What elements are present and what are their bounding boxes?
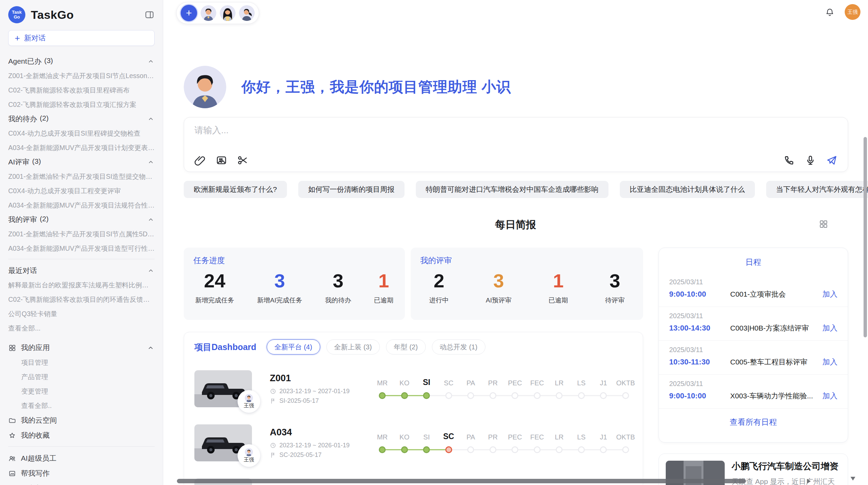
milestone-label: PEC <box>504 379 526 387</box>
view-all-schedule-link[interactable]: 查看所有日程 <box>659 417 848 427</box>
news-title: 小鹏飞行汽车制造公司增资 <box>732 461 841 472</box>
sidebar-item-help-me-write[interactable]: 帮我写作 <box>8 466 155 481</box>
scroll-down-arrow[interactable] <box>851 477 855 481</box>
dashboard-title: 项目Dashboard <box>194 341 256 353</box>
sidebar-item[interactable]: C02-飞腾新能源轻客改款项目立项汇报方案 <box>8 97 155 112</box>
milestone-label: SC <box>438 379 460 387</box>
schedule-entry: 2025/03/11 9:00-10:00 X003-车辆动力学性能验... 加… <box>659 375 848 409</box>
milestone-label: MR <box>371 379 394 387</box>
scroll-right-arrow[interactable] <box>807 479 811 484</box>
sidebar-item[interactable]: A034-全新新能源MUV产品开发项目法规符合性评审 <box>8 198 155 212</box>
sidebar-section-my-review[interactable]: 我的评审(2) <box>8 212 155 227</box>
project-row[interactable]: 王强 A034 2023-12-19 ~ 2026-01-19 SC-2025-… <box>194 416 632 470</box>
schedule-entry: 2025/03/11 9:00-10:00 C001-立项审批会 加入 <box>659 273 848 307</box>
stat-ai-pre-review: 3AI预评审 <box>486 270 511 305</box>
avatar[interactable] <box>220 5 236 21</box>
sidebar-toggle-icon[interactable] <box>144 10 155 20</box>
entry-date: 2025/03/11 <box>669 312 837 320</box>
vertical-scrollbar-thumb[interactable] <box>864 137 867 337</box>
sidebar-item[interactable]: A034-全新新能源MUV产品开发项目计划变更表编写 <box>8 140 155 155</box>
user-avatar[interactable]: 王强 <box>845 4 860 20</box>
section-title: Agent已办(3) <box>8 57 53 66</box>
sidebar-section-my-todo[interactable]: 我的待办(2) <box>8 112 155 126</box>
tab-new-platform[interactable]: 全新平台 (4) <box>267 339 320 355</box>
dashboard-tabs: 全新平台 (4) 全新上装 (3) 年型 (2) 动总开发 (1) <box>267 339 485 355</box>
phone-icon[interactable] <box>783 154 795 166</box>
sidebar-section-recent[interactable]: 最近对话 <box>8 263 155 278</box>
bell-icon[interactable] <box>825 8 834 17</box>
tab-new-body[interactable]: 全新上装 (3) <box>326 339 380 355</box>
stat-pending-review: 3待评审 <box>605 270 625 305</box>
suggestion-chip[interactable]: 特朗普可能对进口汽车增税会对中国车企造成哪些影响 <box>416 181 608 198</box>
layout-grid-icon[interactable] <box>819 219 828 229</box>
app-link-project[interactable]: 项目管理 <box>8 355 155 370</box>
sidebar-item[interactable]: A034-全新新能源MUV产品开发项目造型可行性评审 <box>8 241 155 256</box>
entry-time: 9:00-10:00 <box>669 290 730 299</box>
avatar[interactable] <box>201 5 216 21</box>
join-link[interactable]: 加入 <box>822 391 837 401</box>
horizontal-scrollbar-thumb[interactable] <box>177 479 746 483</box>
dashboard-header: 项目Dashboard 全新平台 (4) 全新上装 (3) 年型 (2) 动总开… <box>194 332 632 362</box>
recent-view-all[interactable]: 查看全部... <box>8 321 155 335</box>
paperclip-icon[interactable] <box>194 154 206 166</box>
sidebar-item[interactable]: C0X4-动力总成开发项目工程变更评审 <box>8 184 155 198</box>
milestone-label: SI <box>415 433 438 441</box>
send-icon[interactable] <box>826 154 837 166</box>
app-link-product[interactable]: 产品管理 <box>8 370 155 384</box>
new-chat-button[interactable]: + 新对话 <box>8 30 155 46</box>
milestone-track: MR KO SI SC PA PR PEC FEC LR LS J1 OKTB <box>371 378 637 400</box>
sidebar-item-ai-super-staff[interactable]: AI超级员工 <box>8 451 155 466</box>
sidebar-item[interactable]: C02-飞腾新能源轻客改款项目里程碑画布 <box>8 83 155 97</box>
sidebar-item-cloud-space[interactable]: 我的云空间 <box>8 413 155 428</box>
sidebar-item-my-apps[interactable]: 我的应用 <box>8 340 155 355</box>
microphone-icon[interactable] <box>805 154 816 166</box>
join-link[interactable]: 加入 <box>822 289 837 299</box>
sidebar-item[interactable]: Z001-全新燃油轻卡产品开发项目SI造型提交物评审 <box>8 169 155 184</box>
recent-chat-item[interactable]: C02-飞腾新能源轻客改款项目的闭环通告反馈情况 <box>8 292 155 307</box>
sidebar-item[interactable]: Z001-全新燃油轻卡产品开发项目SI节点属性5D文件评审 <box>8 227 155 241</box>
topbar-right: 王强 <box>825 4 860 20</box>
image-icon[interactable] <box>216 154 227 166</box>
grid-icon <box>8 344 16 352</box>
avatar[interactable] <box>239 5 255 21</box>
sidebar-section-ai-review[interactable]: AI评审(3) <box>8 155 155 169</box>
sidebar-section-agent-done[interactable]: Agent已办(3) <box>8 54 155 69</box>
project-row[interactable]: 王强 Z001 2023-12-19 ~ 2027-01-19 SI-2025-… <box>194 362 632 416</box>
folder-icon <box>8 416 16 424</box>
add-session-button[interactable]: + <box>181 5 197 21</box>
suggestion-chip[interactable]: 欧洲新规最近颁布了什么? <box>184 181 287 198</box>
clock-icon <box>270 442 276 449</box>
sidebar-item-creative-drawing[interactable]: 创意制图 <box>8 481 155 485</box>
stat-new-completed: 24新增完成任务 <box>195 270 234 305</box>
suggestion-chip[interactable]: 当下年轻人对汽车外观有怎样的喜好趋势 <box>766 181 868 198</box>
recent-chat-item[interactable]: 解释最新出台的欧盟报废车法规再生塑料比例被调至15%... <box>8 278 155 292</box>
help-me-write-label: 帮我写作 <box>21 469 50 478</box>
milestone-label: KO <box>394 379 416 387</box>
sidebar-item-favorites[interactable]: 我的收藏 <box>8 428 155 443</box>
tab-powertrain[interactable]: 动总开发 (1) <box>432 339 485 355</box>
apps-view-all[interactable]: 查看全部.. <box>8 398 155 413</box>
entry-date: 2025/03/11 <box>669 346 837 354</box>
my-review-card: 我的评审 2进行中 3AI预评审 1已逾期 3待评审 <box>411 248 643 320</box>
suggestion-chip[interactable]: 比亚迪全固态电池计划具体说了什么 <box>620 181 755 198</box>
people-icon <box>8 455 16 462</box>
chat-input-card <box>184 117 848 172</box>
sidebar: Task Go TaskGo + 新对话 Agent已办(3) Z001-全新燃… <box>0 0 163 485</box>
milestone-label: PEC <box>504 433 526 441</box>
suggestion-chip[interactable]: 如何写一份清晰的项目周报 <box>298 181 405 198</box>
sidebar-item[interactable]: C0X4-动力总成开发项目SI里程碑提交物检查 <box>8 126 155 140</box>
milestone-label: KO <box>394 433 416 441</box>
join-link[interactable]: 加入 <box>822 357 837 367</box>
join-link[interactable]: 加入 <box>822 323 837 333</box>
scissors-icon[interactable] <box>237 154 249 166</box>
chat-input[interactable] <box>194 125 674 136</box>
app-link-change[interactable]: 变更管理 <box>8 384 155 398</box>
sidebar-item[interactable]: Z001-全新燃油皮卡产品开发项目SI节点Lesson Learn报告 <box>8 69 155 83</box>
stat-my-todo: 3我的待办 <box>325 270 351 305</box>
favorites-label: 我的收藏 <box>21 431 50 440</box>
tab-model-year[interactable]: 年型 (2) <box>386 339 426 355</box>
owner-avatar <box>245 394 253 402</box>
recent-chat-item[interactable]: 公司Q3轻卡销量 <box>8 307 155 321</box>
schedule-card: 日程 2025/03/11 9:00-10:00 C001-立项审批会 加入 2… <box>659 248 848 443</box>
app-window: Task Go TaskGo + 新对话 Agent已办(3) Z001-全新燃… <box>0 0 868 485</box>
